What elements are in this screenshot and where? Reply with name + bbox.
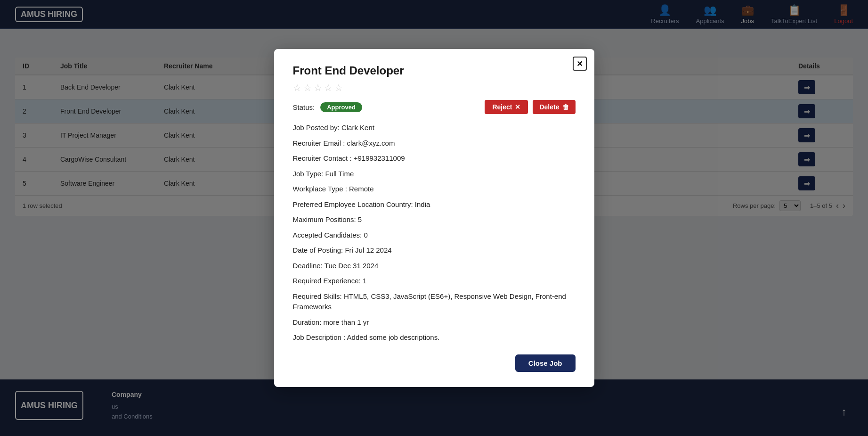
detail-required-experience: Required Experience: 1 bbox=[293, 276, 576, 287]
detail-required-skills: Required Skills: HTML5, CSS3, JavaScript… bbox=[293, 291, 576, 313]
modal-job-title: Front End Developer bbox=[293, 64, 576, 77]
action-buttons: Reject ✕ Delete 🗑 bbox=[485, 100, 575, 114]
detail-job-description: Job Description : Added some job descrip… bbox=[293, 332, 576, 343]
detail-max-positions: Maximum Positions: 5 bbox=[293, 214, 576, 225]
detail-recruiter-email: Recruiter Email : clark@xyz.com bbox=[293, 138, 576, 149]
job-detail-modal: ✕ Front End Developer ☆ ☆ ☆ ☆ ☆ Status: … bbox=[274, 49, 594, 387]
status-badge: Approved bbox=[320, 102, 362, 112]
reject-label: Reject bbox=[492, 103, 512, 111]
status-label: Status: bbox=[293, 103, 315, 111]
status-row: Status: Approved Reject ✕ Delete 🗑 bbox=[293, 100, 576, 114]
star-3[interactable]: ☆ bbox=[314, 82, 322, 93]
star-4[interactable]: ☆ bbox=[324, 82, 333, 93]
detail-duration: Duration: more than 1 yr bbox=[293, 317, 576, 328]
detail-job-type: Job Type: Full Time bbox=[293, 169, 576, 180]
detail-date-of-posting: Date of Posting: Fri Jul 12 2024 bbox=[293, 245, 576, 256]
detail-recruiter-contact: Recruiter Contact : +919932311009 bbox=[293, 153, 576, 164]
delete-icon: 🗑 bbox=[562, 103, 569, 111]
modal-close-button[interactable]: ✕ bbox=[573, 57, 587, 71]
detail-location-country: Preferred Employee Location Country: Ind… bbox=[293, 199, 576, 210]
modal-overlay[interactable]: ✕ Front End Developer ☆ ☆ ☆ ☆ ☆ Status: … bbox=[0, 0, 868, 436]
detail-job-posted-by: Job Posted by: Clark Kent bbox=[293, 123, 576, 133]
detail-deadline: Deadline: Tue Dec 31 2024 bbox=[293, 261, 576, 271]
reject-icon: ✕ bbox=[515, 103, 520, 111]
delete-label: Delete bbox=[539, 103, 559, 111]
star-5[interactable]: ☆ bbox=[334, 82, 343, 93]
star-1[interactable]: ☆ bbox=[293, 82, 301, 93]
delete-button[interactable]: Delete 🗑 bbox=[533, 100, 575, 114]
modal-footer: Close Job bbox=[293, 354, 576, 372]
star-2[interactable]: ☆ bbox=[303, 82, 312, 93]
star-rating: ☆ ☆ ☆ ☆ ☆ bbox=[293, 82, 576, 93]
detail-workplace-type: Workplace Type : Remote bbox=[293, 184, 576, 195]
close-job-button[interactable]: Close Job bbox=[515, 354, 576, 372]
detail-accepted-candidates: Accepted Candidates: 0 bbox=[293, 230, 576, 241]
reject-button[interactable]: Reject ✕ bbox=[485, 100, 528, 114]
